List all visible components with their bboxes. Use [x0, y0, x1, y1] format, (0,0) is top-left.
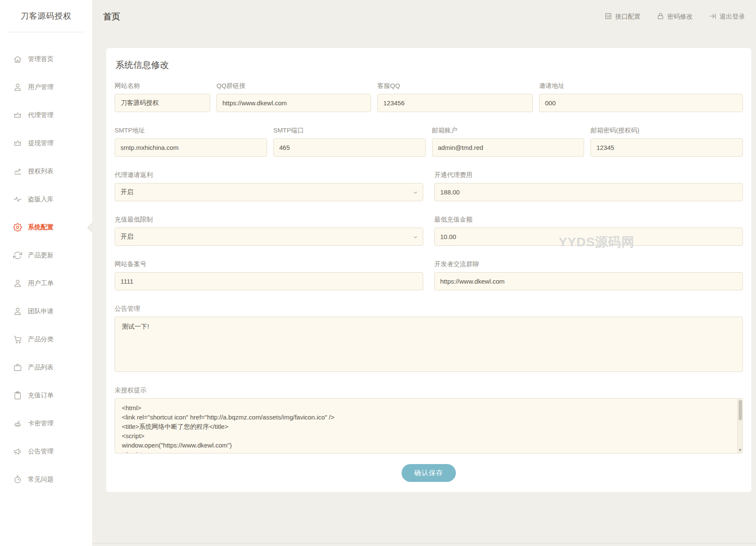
- agent-rebate-label: 代理邀请返利: [115, 171, 423, 179]
- app-root: 刀客源码授权 管理首页 用户管理 代理管理: [0, 0, 756, 546]
- brand-title: 刀客源码授权: [8, 0, 84, 32]
- icp-number-label: 网站备案号: [115, 260, 423, 268]
- stopwatch-icon: [13, 475, 22, 484]
- invite-address-input[interactable]: [539, 94, 743, 112]
- sidebar-item-recharge-orders[interactable]: 充值订单: [0, 381, 92, 409]
- sidebar-item-card-key-management[interactable]: 卡密管理: [0, 409, 92, 437]
- topbar-actions: 接口配置 密码修改 退出登录: [604, 12, 745, 21]
- field-icp-number: 网站备案号: [115, 260, 423, 290]
- mail-account-label: 邮箱账户: [432, 127, 585, 135]
- scrollbar-thumb[interactable]: [739, 400, 742, 420]
- field-agent-fee: 开通代理费用: [434, 171, 743, 201]
- field-agent-rebate: 代理邀请返利 开启: [115, 171, 423, 201]
- api-config-icon: [604, 12, 612, 21]
- recharge-limit-label: 充值最低限制: [115, 216, 423, 224]
- scrollbar-down-arrow[interactable]: ▼: [738, 447, 742, 453]
- megaphone-icon: [13, 447, 22, 456]
- sidebar-item-announcement-management[interactable]: 公告管理: [0, 437, 92, 465]
- crown-icon: [13, 138, 22, 148]
- top-bar: 首页 接口配置 密码修改: [92, 0, 756, 33]
- sidebar-item-withdraw-management[interactable]: 提现管理: [0, 129, 92, 157]
- sidebar-item-agent-management[interactable]: 代理管理: [0, 101, 92, 129]
- service-qq-input[interactable]: [377, 94, 533, 112]
- field-mail-account: 邮箱账户: [432, 127, 585, 157]
- form-title: 系统信息修改: [115, 59, 743, 71]
- smtp-port-input[interactable]: [273, 138, 426, 157]
- site-name-label: 网站名称: [115, 82, 210, 90]
- form-row-2: SMTP地址 SMTP端口 邮箱账户 邮箱密码(授权码): [115, 127, 743, 157]
- api-config-link[interactable]: 接口配置: [604, 12, 641, 21]
- qq-group-link-input[interactable]: [216, 94, 371, 112]
- sidebar-item-product-update[interactable]: 产品更新: [0, 241, 92, 269]
- field-site-name: 网站名称: [115, 82, 210, 112]
- sidebar-item-user-management[interactable]: 用户管理: [0, 73, 92, 101]
- sidebar-item-system-config[interactable]: 系统配置: [0, 213, 92, 241]
- confirm-save-button[interactable]: 确认保存: [402, 464, 456, 482]
- sidebar-item-team-applications[interactable]: 团队申请: [0, 297, 92, 325]
- unauthorized-tip-wrap: <html> <link rel="shortcut icon" href="h…: [115, 398, 743, 453]
- mail-password-input[interactable]: [590, 138, 743, 157]
- pulse-icon: [13, 194, 22, 204]
- user-icon: [13, 82, 22, 92]
- system-info-card: 系统信息修改 网站名称 QQ群链接 客服QQ 邀请地址: [106, 48, 751, 492]
- invite-address-label: 邀请地址: [539, 82, 743, 90]
- agent-fee-input[interactable]: [434, 183, 743, 201]
- unauthorized-tip-textarea[interactable]: <html> <link rel="shortcut icon" href="h…: [115, 398, 743, 453]
- sidebar-nav: 管理首页 用户管理 代理管理 提现管理: [0, 32, 92, 493]
- unauthorized-tip-label: 未授权提示: [115, 386, 743, 394]
- agent-fee-label: 开通代理费用: [434, 171, 743, 179]
- user-icon: [13, 279, 22, 288]
- field-smtp-port: SMTP端口: [273, 127, 426, 157]
- field-qq-group-link: QQ群链接: [216, 82, 371, 112]
- button-row: 确认保存: [115, 464, 743, 482]
- mail-account-input[interactable]: [432, 138, 585, 157]
- clipboard-icon: [13, 391, 22, 400]
- home-icon: [13, 54, 22, 64]
- field-service-qq: 客服QQ: [377, 82, 533, 112]
- footer: Copyright © 2024.Happy Gong NET All righ…: [92, 543, 756, 546]
- sidebar-item-faq[interactable]: 常见问题: [0, 465, 92, 493]
- chevron-down-icon: [413, 189, 418, 197]
- sidebar-item-admin-home[interactable]: 管理首页: [0, 45, 92, 73]
- field-announcement: 公告管理 测试一下!: [115, 305, 743, 372]
- sidebar-item-user-tickets[interactable]: 用户工单: [0, 269, 92, 297]
- logout-link[interactable]: 退出登录: [709, 12, 745, 21]
- service-qq-label: 客服QQ: [377, 82, 533, 90]
- form-row-7: 未授权提示 <html> <link rel="shortcut icon" h…: [115, 386, 743, 453]
- main-area: 首页 接口配置 密码修改: [92, 0, 756, 546]
- min-recharge-input[interactable]: [434, 228, 743, 246]
- sidebar: 刀客源码授权 管理首页 用户管理 代理管理: [0, 0, 92, 546]
- announcement-textarea[interactable]: 测试一下!: [115, 317, 743, 372]
- logout-icon: [709, 12, 717, 21]
- chevron-down-icon: [413, 234, 418, 241]
- sidebar-item-piracy-intake[interactable]: 盗版入库: [0, 185, 92, 213]
- announcement-label: 公告管理: [115, 305, 743, 313]
- form-row-3: 代理邀请返利 开启 开通代理费用: [115, 171, 743, 201]
- form-row-4: 充值最低限制 开启 最低充值金额: [115, 216, 743, 246]
- field-smtp-host: SMTP地址: [115, 127, 267, 157]
- dev-group-input[interactable]: [434, 272, 743, 290]
- form-row-1: 网站名称 QQ群链接 客服QQ 邀请地址: [115, 82, 743, 112]
- sidebar-item-product-categories[interactable]: 产品分类: [0, 325, 92, 353]
- field-mail-password: 邮箱密码(授权码): [590, 127, 743, 157]
- refresh-icon: [13, 250, 22, 260]
- icp-number-input[interactable]: [115, 272, 423, 290]
- sidebar-item-license-list[interactable]: 授权列表: [0, 157, 92, 185]
- field-min-recharge: 最低充值金额: [434, 216, 743, 246]
- form-row-6: 公告管理 测试一下!: [115, 305, 743, 372]
- page-title: 首页: [103, 11, 120, 23]
- site-name-input[interactable]: [115, 94, 210, 112]
- field-recharge-limit: 充值最低限制 开启: [115, 216, 423, 246]
- scrollbar[interactable]: ▼: [737, 399, 742, 453]
- mail-password-label: 邮箱密码(授权码): [590, 127, 743, 135]
- smtp-host-label: SMTP地址: [115, 127, 267, 135]
- smtp-host-input[interactable]: [115, 138, 267, 157]
- sidebar-item-product-list[interactable]: 产品列表: [0, 353, 92, 381]
- briefcase-icon: [13, 363, 22, 372]
- trend-chart-icon: [13, 166, 22, 176]
- qq-group-link-label: QQ群链接: [216, 82, 371, 90]
- recharge-limit-select[interactable]: 开启: [115, 228, 423, 246]
- agent-rebate-select[interactable]: 开启: [115, 183, 423, 201]
- change-password-link[interactable]: 密码修改: [657, 12, 693, 21]
- crown-icon: [13, 110, 22, 120]
